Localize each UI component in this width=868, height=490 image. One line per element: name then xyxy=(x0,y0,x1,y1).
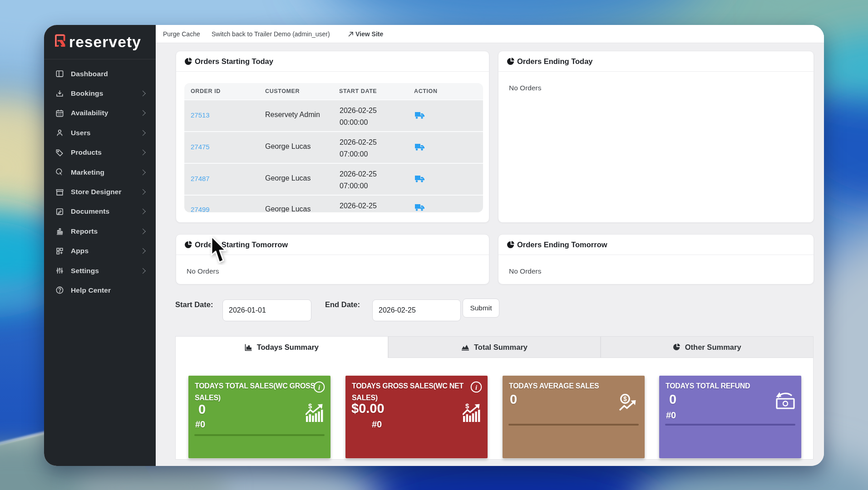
svg-text:i: i xyxy=(318,384,321,391)
svg-text:i: i xyxy=(475,384,478,391)
svg-text:reservety: reservety xyxy=(69,34,141,50)
svg-text:$: $ xyxy=(623,395,627,402)
svg-text:$: $ xyxy=(308,403,312,410)
svg-text:$: $ xyxy=(465,403,469,410)
